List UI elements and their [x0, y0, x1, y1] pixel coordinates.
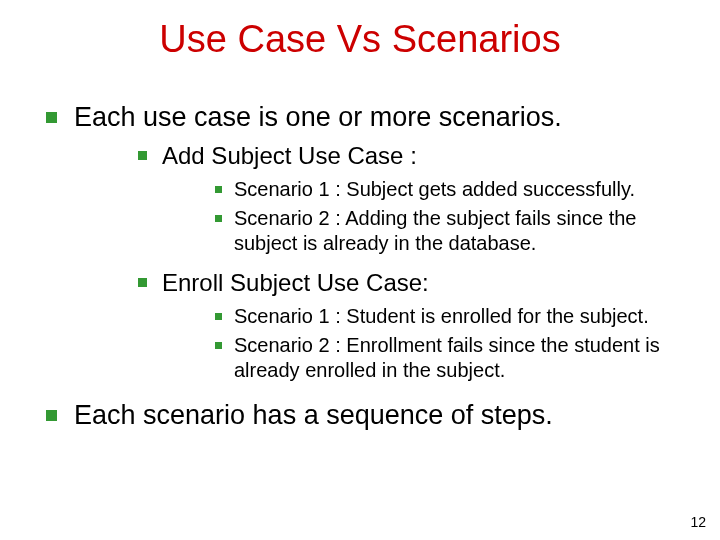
list-item: Scenario 2 : Adding the subject fails si… — [212, 206, 680, 256]
slide: Use Case Vs Scenarios Each use case is o… — [0, 0, 720, 540]
bullet-text: Add Subject Use Case : — [162, 142, 417, 169]
list-item: Scenario 2 : Enrollment fails since the … — [212, 333, 680, 383]
bullet-text: Each use case is one or more scenarios. — [74, 102, 562, 132]
list-item: Enroll Subject Use Case: Scenario 1 : St… — [134, 268, 680, 383]
bullet-text: Scenario 2 : Adding the subject fails si… — [234, 207, 636, 254]
bullet-text: Scenario 1 : Subject gets added successf… — [234, 178, 635, 200]
bullet-list-level3: Scenario 1 : Student is enrolled for the… — [212, 304, 680, 383]
slide-title: Use Case Vs Scenarios — [40, 18, 680, 61]
page-number: 12 — [690, 514, 706, 530]
bullet-text: Each scenario has a sequence of steps. — [74, 400, 553, 430]
list-item: Each scenario has a sequence of steps. — [40, 399, 680, 433]
bullet-list-level1: Each use case is one or more scenarios. … — [40, 101, 680, 433]
bullet-list-level3: Scenario 1 : Subject gets added successf… — [212, 177, 680, 256]
list-item: Scenario 1 : Subject gets added successf… — [212, 177, 680, 202]
list-item: Each use case is one or more scenarios. … — [40, 101, 680, 383]
bullet-text: Scenario 1 : Student is enrolled for the… — [234, 305, 649, 327]
bullet-list-level2: Add Subject Use Case : Scenario 1 : Subj… — [134, 141, 680, 383]
bullet-text: Scenario 2 : Enrollment fails since the … — [234, 334, 660, 381]
list-item: Add Subject Use Case : Scenario 1 : Subj… — [134, 141, 680, 256]
bullet-text: Enroll Subject Use Case: — [162, 269, 429, 296]
list-item: Scenario 1 : Student is enrolled for the… — [212, 304, 680, 329]
